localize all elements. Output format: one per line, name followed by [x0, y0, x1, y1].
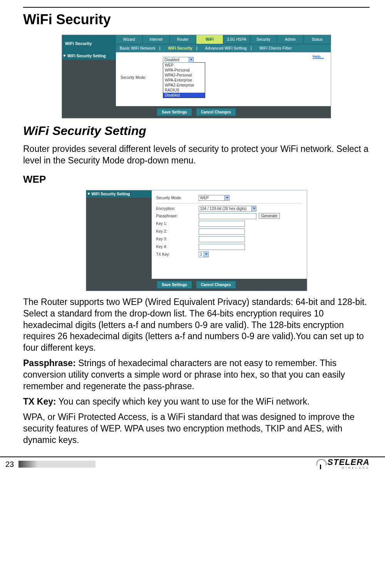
option-wpa2-personal[interactable]: WPA2-Personal: [163, 73, 205, 78]
key3-input[interactable]: [199, 236, 245, 242]
save-settings-button[interactable]: Save Settings: [157, 108, 192, 116]
txkey-paragraph: TX Key: You can specify which key you wa…: [23, 396, 370, 408]
passphrase-paragraph: Passphrase: Strings of hexadecimal chara…: [23, 358, 370, 392]
brand-logo: STELERA WIRELESS: [316, 459, 370, 470]
generate-button[interactable]: Generate: [259, 213, 280, 219]
key4-input[interactable]: [199, 244, 245, 250]
security-mode-value: Disabled: [164, 58, 179, 62]
encryption-select[interactable]: 104 / 128-bit (26 hex digits): [199, 206, 256, 212]
tab-router[interactable]: Router: [170, 35, 197, 44]
chevron-down-icon: [224, 195, 229, 200]
key2-label: Key 2:: [156, 229, 199, 233]
tab-internet[interactable]: Internet: [143, 35, 170, 44]
security-mode-select[interactable]: Disabled: [163, 57, 194, 63]
brand-name: STELERA: [327, 459, 370, 466]
subtab-clients-filter[interactable]: WiFi Clients Filter: [256, 44, 296, 52]
wep-paragraph: The Router supports two WEP (Wired Equiv…: [23, 296, 370, 354]
chevron-down-icon: [189, 57, 193, 62]
sidebar-item-label: WiFi Security Setting: [92, 192, 130, 196]
screenshot-panel-2: WiFi Security Setting Security Mode: WEP…: [86, 190, 307, 291]
sidebar-item-label: WiFi Security Setting: [67, 54, 106, 58]
security-mode-select[interactable]: WEP: [199, 195, 229, 201]
page-number: 23: [5, 460, 14, 469]
security-mode-label: Security Mode:: [156, 196, 199, 200]
chevron-down-icon: [251, 206, 256, 211]
txkey-bold: TX Key:: [23, 396, 56, 406]
cancel-changes-button[interactable]: Cancel Changes: [196, 281, 236, 289]
subtab-wifi-security[interactable]: WiFi Security: [164, 44, 201, 52]
sidebar-item-wifi-security-setting[interactable]: WiFi Security Setting: [86, 190, 152, 198]
option-radius[interactable]: RADIUS: [163, 88, 205, 93]
panel-title: WiFi Security: [62, 35, 116, 52]
txkey-text: You can specify which key you want to us…: [56, 396, 310, 406]
bullet-icon: [64, 55, 65, 57]
intro-paragraph: Router provides several different levels…: [23, 143, 370, 167]
section-heading-wifi-security-setting: WiFi Security Setting: [23, 124, 370, 138]
wpa-paragraph: WPA, or WiFi Protected Access, is a WiFi…: [23, 411, 370, 446]
key3-label: Key 3:: [156, 237, 199, 241]
key4-label: Key 4:: [156, 245, 199, 249]
tab-security[interactable]: Security: [250, 35, 277, 44]
security-mode-value: WEP: [200, 196, 209, 200]
passphrase-label: Passphrase:: [156, 214, 199, 218]
passphrase-input[interactable]: [199, 213, 256, 219]
option-wpa-enterprise[interactable]: WPA-Enterprise: [163, 78, 205, 83]
key1-input[interactable]: [199, 221, 245, 227]
tab-wizard[interactable]: Wizard: [116, 35, 143, 44]
cancel-changes-button[interactable]: Cancel Changes: [196, 108, 236, 116]
option-wep[interactable]: WEP: [163, 63, 205, 68]
encryption-value: 104 / 128-bit (26 hex digits): [200, 207, 247, 211]
tab-admin[interactable]: Admin: [277, 35, 304, 44]
option-wpa2-enterprise[interactable]: WPA2-Enterprise: [163, 83, 205, 88]
tab-wifi[interactable]: WiFi: [196, 35, 223, 44]
screenshot-panel-1: WiFi Security Wizard Internet Router WiF…: [62, 35, 331, 118]
option-wpa-personal[interactable]: WPA-Personal: [163, 68, 205, 73]
page-title: WiFi Security: [23, 12, 370, 28]
bullet-icon: [88, 193, 90, 195]
txkey-select[interactable]: 1: [199, 252, 209, 257]
key2-input[interactable]: [199, 228, 245, 235]
security-mode-dropdown[interactable]: WEP WPA-Personal WPA2-Personal WPA-Enter…: [163, 62, 205, 98]
wep-heading: WEP: [23, 173, 370, 185]
option-disabled[interactable]: Disabled: [163, 93, 205, 98]
txkey-label: TX Key:: [156, 252, 199, 257]
encryption-label: Encryption:: [156, 207, 199, 211]
sidebar-item-wifi-security-setting[interactable]: WiFi Security Setting: [62, 52, 116, 60]
txkey-value: 1: [200, 252, 203, 257]
footer-gradient: [18, 461, 95, 468]
passphrase-bold: Passphrase:: [23, 358, 76, 368]
tab-status[interactable]: Status: [304, 35, 331, 44]
save-settings-button[interactable]: Save Settings: [157, 281, 192, 289]
antenna-icon: [316, 459, 325, 469]
chevron-down-icon: [204, 252, 208, 257]
subtab-advanced[interactable]: Advanced WiFi Setting: [201, 44, 256, 52]
security-mode-label: Security Mode:: [121, 75, 163, 80]
help-link[interactable]: Help...: [313, 55, 324, 59]
key1-label: Key 1:: [156, 222, 199, 226]
tab-hspa[interactable]: 3.5G HSPA: [223, 35, 250, 44]
subtab-basic[interactable]: Basic WiFi Network: [116, 44, 164, 52]
